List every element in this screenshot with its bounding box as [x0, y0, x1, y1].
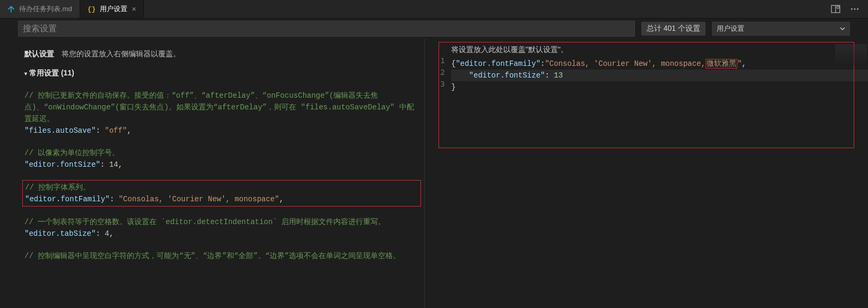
settings-scope-select[interactable]: 用户设置	[712, 22, 850, 36]
setting-entry: // 一个制表符等于的空格数。该设置在 `editor.detectIndent…	[24, 216, 419, 239]
user-settings-code[interactable]: {"editor.fontFamily":"Consolas, 'Courier…	[451, 58, 868, 93]
search-input[interactable]	[18, 21, 635, 37]
setting-entry: // 控制已更新文件的自动保存。接受的值：“off”、“afterDelay”、…	[24, 90, 419, 136]
setting-comment: // 以像素为单位控制字号。	[24, 147, 419, 159]
tab-bar: 待办任务列表.md {} 用户设置 ×	[0, 0, 868, 19]
settings-split: 默认设置 将您的设置放入右侧编辑器以覆盖。 ▾ 常用设置 (11) // 控制已…	[0, 39, 868, 308]
setting-entry: // 控制字体系列。"editor.fontFamily": "Consolas…	[22, 180, 421, 207]
section-toggle-common[interactable]: ▾ 常用设置 (11)	[24, 69, 419, 78]
line-number-gutter: 1 2 3	[429, 55, 445, 90]
setting-keyvalue: "files.autoSave": "off",	[24, 125, 419, 136]
tab-file[interactable]: 待办任务列表.md	[0, 0, 80, 18]
line-number: 2	[429, 66, 445, 78]
json-braces-icon: {}	[88, 5, 96, 13]
setting-entry: // 控制编辑器中呈现空白字符的方式，可能为“无”、“边界”和“全部”。“边界”…	[24, 250, 419, 262]
svg-point-3	[851, 8, 853, 10]
markdown-icon	[7, 5, 15, 13]
setting-comment: // 控制字体系列。	[25, 182, 418, 193]
setting-entry: // 以像素为单位控制字号。"editor.fontSize": 14,	[24, 147, 419, 170]
annotation-inline: 微软雅黑	[706, 59, 737, 69]
svg-point-4	[854, 8, 855, 10]
tab-settings-label: 用户设置	[100, 4, 127, 14]
svg-point-2	[837, 6, 839, 8]
tab-close-button[interactable]: ×	[132, 5, 136, 13]
chevron-down-icon	[840, 26, 845, 31]
setting-keyvalue: "editor.fontFamily": "Consolas, 'Courier…	[25, 193, 418, 205]
chevron-down-icon: ▾	[24, 71, 27, 76]
svg-point-5	[857, 8, 858, 10]
user-settings-pane: 将设置放入此处以覆盖"默认设置"。 1 2 3 {"editor.fontFam…	[425, 39, 868, 308]
tab-settings[interactable]: {} 用户设置 ×	[80, 0, 144, 18]
minimap[interactable]	[835, 44, 867, 65]
default-settings-code[interactable]: // 控制已更新文件的自动保存。接受的值：“off”、“afterDelay”、…	[24, 90, 419, 262]
tab-file-label: 待办任务列表.md	[19, 4, 72, 14]
line-number: 1	[429, 55, 445, 66]
line-number: 3	[429, 78, 445, 90]
user-settings-hint: 将设置放入此处以覆盖"默认设置"。	[451, 45, 868, 55]
setting-comment: // 一个制表符等于的空格数。该设置在 `editor.detectIndent…	[24, 216, 419, 228]
split-editor-icon[interactable]	[831, 4, 840, 14]
code-line: {"editor.fontFamily":"Consolas, 'Courier…	[451, 58, 868, 70]
setting-keyvalue: "editor.fontSize": 14,	[24, 159, 419, 170]
settings-count-badge: 总计 401 个设置	[641, 22, 706, 36]
settings-scope-label: 用户设置	[717, 24, 744, 33]
default-settings-pane: 默认设置 将您的设置放入右侧编辑器以覆盖。 ▾ 常用设置 (11) // 控制已…	[0, 39, 425, 308]
default-settings-subtitle: 将您的设置放入右侧编辑器以覆盖。	[62, 49, 181, 59]
more-actions-icon[interactable]	[850, 4, 860, 14]
setting-comment: // 控制编辑器中呈现空白字符的方式，可能为“无”、“边界”和“全部”。“边界”…	[24, 250, 419, 262]
tabbar-actions	[831, 0, 868, 18]
setting-comment: // 控制已更新文件的自动保存。接受的值：“off”、“afterDelay”、…	[24, 90, 419, 125]
code-line: "editor.fontSize": 13	[451, 70, 868, 81]
setting-keyvalue: "editor.tabSize": 4,	[24, 228, 419, 239]
section-label: 常用设置 (11)	[29, 69, 74, 78]
settings-search-bar: 总计 401 个设置 用户设置	[0, 19, 868, 39]
default-settings-title: 默认设置	[24, 49, 54, 59]
code-line: }	[451, 81, 868, 93]
